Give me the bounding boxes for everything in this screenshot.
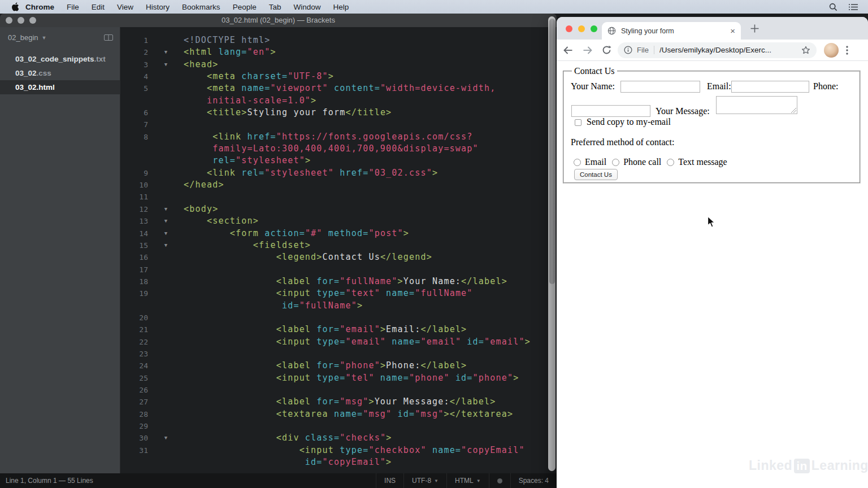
close-window-button[interactable]	[6, 17, 12, 24]
fold-arrow-icon[interactable]: ▼	[148, 228, 184, 239]
code-line[interactable]: 2▼<html lang="en">	[120, 46, 557, 58]
code-line[interactable]: 30▼ <div class="checks">	[120, 432, 557, 444]
minimize-window-button[interactable]	[578, 25, 585, 32]
page-info-icon[interactable]	[624, 46, 632, 54]
health-dot-icon[interactable]	[489, 473, 510, 488]
profile-avatar[interactable]	[824, 43, 839, 58]
menu-history[interactable]: History	[140, 3, 176, 11]
code-line[interactable]: rel="stylesheet">	[120, 155, 557, 167]
code-line[interactable]: 3▼<head>	[120, 59, 557, 71]
submit-button[interactable]: Contact Us	[574, 169, 618, 180]
code-line[interactable]: 17	[120, 264, 557, 276]
resize-grip-icon[interactable]	[791, 107, 796, 113]
code-line[interactable]: 27 <label for="msg">Your Message:</label…	[120, 396, 557, 408]
fold-arrow-icon[interactable]: ▼	[148, 215, 184, 227]
code-line[interactable]: 13▼ <section>	[120, 215, 557, 227]
code-line[interactable]: 6 <title>Styling your form</title>	[120, 107, 557, 119]
status-spaces-4[interactable]: Spaces: 4	[510, 473, 557, 488]
browser-tab[interactable]: Styling your form ×	[602, 22, 741, 40]
fold-gutter	[148, 82, 184, 94]
spotlight-search-icon[interactable]	[829, 3, 837, 11]
menu-file[interactable]: File	[60, 3, 85, 11]
close-tab-icon[interactable]: ×	[730, 27, 735, 35]
split-view-icon[interactable]	[104, 34, 113, 41]
chrome-menu-icon[interactable]	[846, 46, 848, 55]
apple-menu-icon[interactable]	[11, 2, 19, 11]
phone-input[interactable]	[571, 105, 650, 117]
code-line[interactable]: 25 <input type="tel" name="phone" id="ph…	[120, 372, 557, 384]
radio-button[interactable]	[574, 159, 581, 166]
code-line[interactable]: 20	[120, 312, 557, 324]
file-item-03_02_code_snippets[interactable]: 03_02_code_snippets.txt	[0, 52, 120, 66]
file-item-03_02.html[interactable]: 03_02.html	[0, 80, 120, 94]
status-ins[interactable]: INS	[376, 473, 403, 488]
menu-tab[interactable]: Tab	[263, 3, 288, 11]
code-line[interactable]: 8 <link href="https://fonts.googleapis.c…	[120, 131, 557, 143]
code-line[interactable]: 31 <input type="checkbox" name="copyEmai…	[120, 445, 557, 456]
line-number: 25	[120, 372, 148, 384]
code-line[interactable]: 22 <input type="email" name="email" id="…	[120, 336, 557, 348]
back-button[interactable]	[563, 46, 573, 55]
code-line[interactable]: 18 <label for="fullName">Your Name:</lab…	[120, 276, 557, 287]
name-input[interactable]	[620, 81, 700, 93]
code-line[interactable]: 4 <meta charset="UTF-8">	[120, 71, 557, 82]
code-line[interactable]: 28 <textarea name="msg" id="msg"></texta…	[120, 408, 557, 420]
brackets-title-bar[interactable]: 03_02.html (02_begin) — Brackets	[0, 14, 557, 27]
code-line[interactable]: family=Lato:300,400,400i,700,900&display…	[120, 143, 557, 155]
reload-button[interactable]	[602, 45, 611, 55]
new-tab-button[interactable]	[750, 24, 760, 33]
zoom-window-button[interactable]	[591, 25, 597, 32]
code-line[interactable]: 26	[120, 384, 557, 396]
menu-window[interactable]: Window	[287, 3, 327, 11]
menu-edit[interactable]: Edit	[85, 3, 111, 11]
code-line[interactable]: 10</head>	[120, 179, 557, 191]
line-number: 4	[120, 71, 148, 82]
menu-help[interactable]: Help	[327, 3, 355, 11]
menu-people[interactable]: People	[227, 3, 263, 11]
code-line[interactable]: 14▼ <form action="#" method="post">	[120, 228, 557, 239]
code-line[interactable]: 7	[120, 119, 557, 130]
status-utf-8[interactable]: UTF-8▼	[403, 473, 446, 488]
code-line[interactable]: id="fullName">	[120, 300, 557, 312]
editor-scrollbar[interactable]	[548, 16, 555, 471]
menu-bookmarks[interactable]: Bookmarks	[176, 3, 227, 11]
bookmark-star-icon[interactable]	[801, 46, 810, 55]
project-dropdown[interactable]: 02_begin ▼	[0, 27, 120, 44]
code-line[interactable]: id="copyEmail">	[120, 456, 557, 468]
code-line[interactable]: 29	[120, 420, 557, 432]
code-line[interactable]: 9 <link rel="stylesheet" href="03_02.css…	[120, 167, 557, 179]
code-line[interactable]: 19 <input type="text" name="fullName"	[120, 287, 557, 299]
code-line[interactable]: 21 <label for="email">Email:</label>	[120, 324, 557, 336]
close-window-button[interactable]	[566, 25, 572, 32]
fold-arrow-icon[interactable]: ▼	[148, 59, 184, 71]
address-bar[interactable]: File /Users/emilykay/Desktop/Exerc...	[618, 42, 817, 58]
fold-arrow-icon[interactable]: ▼	[148, 239, 184, 251]
fold-arrow-icon[interactable]: ▼	[148, 203, 184, 215]
minimize-window-button[interactable]	[18, 17, 24, 24]
file-item-03_02[interactable]: 03_02.css	[0, 66, 120, 80]
menu-view[interactable]: View	[111, 3, 140, 11]
code-line[interactable]: 5 <meta name="viewport" content="width=d…	[120, 82, 557, 94]
code-line[interactable]: 23	[120, 348, 557, 360]
zoom-window-button[interactable]	[29, 17, 36, 24]
code-editor[interactable]: 1<!DOCTYPE html>2▼<html lang="en">3▼<hea…	[120, 27, 557, 473]
menu-list-icon[interactable]	[849, 3, 858, 11]
fold-arrow-icon[interactable]: ▼	[148, 432, 184, 444]
code-line[interactable]: 24 <label for="phone">Phone:</label>	[120, 360, 557, 372]
code-line[interactable]: 15▼ <fieldset>	[120, 239, 557, 251]
menu-chrome[interactable]: Chrome	[19, 3, 60, 11]
code-line[interactable]: 1<!DOCTYPE html>	[120, 34, 557, 46]
forward-button[interactable]	[583, 46, 592, 55]
code-line[interactable]: 11	[120, 191, 557, 203]
scrollbar-thumb[interactable]	[549, 19, 555, 284]
email-input[interactable]	[731, 81, 809, 93]
message-textarea[interactable]	[716, 96, 797, 114]
fold-arrow-icon[interactable]: ▼	[148, 46, 184, 58]
send-copy-checkbox[interactable]	[575, 119, 581, 126]
status-html[interactable]: HTML▼	[446, 473, 489, 488]
radio-button[interactable]	[667, 159, 674, 166]
code-line[interactable]: 12▼<body>	[120, 203, 557, 215]
code-line[interactable]: initial-scale=1.0">	[120, 95, 557, 107]
code-line[interactable]: 16 <legend>Contact Us</legend>	[120, 251, 557, 263]
radio-button[interactable]	[612, 159, 619, 166]
